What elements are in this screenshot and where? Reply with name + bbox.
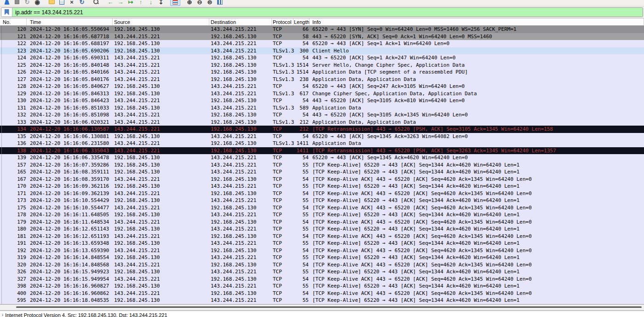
cell-length: 55: [293, 197, 310, 204]
column-header-source[interactable]: Source: [113, 18, 209, 25]
packet-row-319[interactable]: 3192024-12-20 16:16:14.848554192.168.245…: [0, 254, 644, 261]
packet-row-180[interactable]: 1802024-12-20 16:16:12.651143192.168.245…: [0, 225, 644, 233]
packet-row-173[interactable]: 1732024-12-20 16:16:10.554429192.168.245…: [0, 197, 644, 204]
capture-options-icon[interactable]: ◉: [32, 0, 42, 6]
packet-row-320[interactable]: 3202024-12-20 16:16:14.848568143.244.215…: [0, 261, 644, 269]
cell-protocol: TCP: [272, 240, 293, 247]
resize-columns-icon[interactable]: [215, 0, 225, 6]
packet-row-171[interactable]: 1712024-12-20 16:16:09.362139143.244.215…: [0, 190, 644, 197]
expand-twisty-icon[interactable]: ›: [2, 312, 3, 317]
go-back-icon[interactable]: ←: [105, 0, 115, 6]
zoom-reset-icon[interactable]: ⊜: [205, 0, 215, 6]
column-header-time[interactable]: Time: [27, 18, 113, 25]
packet-row-327[interactable]: 3272024-12-20 16:16:15.949954143.244.215…: [0, 276, 644, 283]
zoom-in-icon[interactable]: ⊕: [184, 0, 195, 6]
packet-row-126[interactable]: 1262024-12-20 16:16:05.840166143.244.215…: [0, 69, 644, 76]
start-capture-icon[interactable]: [2, 0, 12, 6]
packet-row-136[interactable]: 1362024-12-20 16:16:06.231580143.244.215…: [0, 140, 644, 147]
display-filter-input[interactable]: [12, 8, 643, 17]
cell-destination: 143.244.215.221: [209, 282, 272, 290]
packet-row-178[interactable]: 1782024-12-20 16:16:11.648505192.168.245…: [0, 211, 644, 219]
cell-protocol: TCP: [272, 268, 293, 276]
packet-row-181[interactable]: 1812024-12-20 16:16:12.651193143.244.215…: [0, 233, 644, 240]
go-to-bottom-icon[interactable]: ↓: [146, 0, 156, 6]
cell-destination: 192.168.245.130: [209, 290, 272, 297]
packet-row-123[interactable]: 1232024-12-20 16:16:05.690206192.168.245…: [0, 47, 644, 55]
packet-row-130[interactable]: 1302024-12-20 16:16:05.846423143.244.215…: [0, 97, 644, 104]
cell-length: 55: [293, 282, 310, 290]
cell-protocol: TLSv1.3: [272, 69, 293, 76]
packet-row-131[interactable]: 1312024-12-20 16:16:05.851033192.168.245…: [0, 104, 644, 112]
close-capture-icon[interactable]: ×: [67, 0, 77, 6]
go-forward-icon[interactable]: →: [115, 0, 126, 6]
cell-info: 65220 → 443 [ACK] Seq=1345 Ack=4620 Win=…: [310, 154, 644, 161]
restart-capture-icon[interactable]: ↻: [22, 0, 32, 6]
packet-row-121[interactable]: 1212024-12-20 16:16:05.687718143.244.215…: [0, 33, 644, 40]
cell-destination: 143.244.215.221: [209, 83, 272, 90]
cell-info: [TCP Keep-Alive ACK] 443 → 65220 [ACK] S…: [310, 204, 644, 212]
packet-row-128[interactable]: 1282024-12-20 16:16:05.840627192.168.245…: [0, 83, 644, 90]
cell-protocol: TLSv1.3: [272, 119, 293, 126]
cell-protocol: TCP: [272, 40, 293, 47]
find-packet-glyph: [93, 0, 99, 5]
filter-bookmark-button[interactable]: [1, 8, 12, 17]
packet-row-170[interactable]: 1702024-12-20 16:16:09.362116192.168.245…: [0, 183, 644, 190]
packet-row-157[interactable]: 1572024-12-20 16:16:07.359286192.168.245…: [0, 161, 644, 169]
column-header-no[interactable]: No.: [0, 18, 27, 25]
cell-destination: 192.168.245.130: [209, 126, 272, 133]
packet-row-165[interactable]: 1652024-12-20 16:16:08.359111192.168.245…: [0, 168, 644, 176]
packet-row-139[interactable]: 1392024-12-20 16:16:06.335478192.168.245…: [0, 154, 644, 161]
cell-protocol: TLSv1.3: [272, 62, 293, 69]
scrollbar-thumb[interactable]: [16, 306, 642, 308]
packet-row-127[interactable]: 1272024-12-20 16:16:05.840176143.244.215…: [0, 76, 644, 83]
go-to-packet-icon[interactable]: ↦: [126, 0, 136, 6]
colorize-packets-icon[interactable]: [170, 0, 180, 6]
packet-row-135[interactable]: 1352024-12-20 16:16:06.130881192.168.245…: [0, 133, 644, 140]
cell-time: 2024-12-20 16:16:05.687718: [27, 33, 113, 40]
stop-capture-icon[interactable]: [12, 0, 22, 6]
packet-row-134[interactable]: 1342024-12-20 16:16:06.130587143.244.215…: [0, 126, 644, 133]
packet-row-192[interactable]: 1922024-12-20 16:16:13.659390143.244.215…: [0, 247, 644, 254]
reload-capture-icon[interactable]: ↻: [77, 0, 87, 6]
cell-time: 2024-12-20 16:16:11.648534: [27, 219, 113, 226]
column-header-length[interactable]: Length: [293, 18, 310, 25]
packet-row-595[interactable]: 5952024-12-20 16:16:18.048535192.168.245…: [0, 297, 644, 304]
packet-row-167[interactable]: 1672024-12-20 16:16:08.359170143.244.215…: [0, 176, 644, 183]
packet-row-400[interactable]: 4002024-12-20 16:16:16.960862143.244.215…: [0, 290, 644, 297]
column-header-destination[interactable]: Destination: [209, 18, 272, 25]
cell-no: 120: [0, 26, 27, 33]
packet-row-124[interactable]: 1242024-12-20 16:16:05.690311143.244.215…: [0, 54, 644, 62]
cell-no: 167: [0, 176, 27, 183]
packet-row-398[interactable]: 3982024-12-20 16:16:16.960827192.168.245…: [0, 282, 644, 290]
horizontal-scrollbar[interactable]: [0, 304, 644, 310]
cell-info: Application Data: [310, 140, 644, 147]
packet-row-191[interactable]: 1912024-12-20 16:16:13.659348192.168.245…: [0, 240, 644, 247]
cell-protocol: TCP: [272, 261, 293, 269]
packet-row-326[interactable]: 3262024-12-20 16:16:15.949923192.168.245…: [0, 268, 644, 276]
zoom-out-icon[interactable]: ⊖: [195, 0, 205, 6]
column-header-info[interactable]: Info: [310, 18, 644, 25]
packet-row-133[interactable]: 1332024-12-20 16:16:06.020321143.244.215…: [0, 119, 644, 126]
auto-scroll-icon[interactable]: ↧: [156, 0, 166, 6]
packet-row-138[interactable]: 1382024-12-20 16:16:06.335043143.244.215…: [0, 147, 644, 155]
packet-row-132[interactable]: 1322024-12-20 16:16:05.851098143.244.215…: [0, 111, 644, 119]
packet-row-129[interactable]: 1292024-12-20 16:16:05.846313192.168.245…: [0, 90, 644, 98]
packet-row-175[interactable]: 1752024-12-20 16:16:10.554477143.244.215…: [0, 204, 644, 212]
find-packet-icon[interactable]: [91, 0, 101, 6]
resize-columns-glyph: [217, 0, 223, 5]
packet-row-120[interactable]: 1202024-12-20 16:16:05.550694192.168.245…: [0, 26, 644, 33]
cell-protocol: TCP: [272, 97, 293, 104]
packet-row-179[interactable]: 1792024-12-20 16:16:11.648534143.244.215…: [0, 219, 644, 226]
packet-row-122[interactable]: 1222024-12-20 16:16:05.688197192.168.245…: [0, 40, 644, 47]
column-header-protocol[interactable]: Protocol: [272, 18, 293, 25]
cell-protocol: TCP: [272, 219, 293, 226]
detail-line-ipv4[interactable]: Internet Protocol Version 4, Src: 192.16…: [5, 312, 167, 317]
save-file-icon[interactable]: [57, 0, 67, 6]
cell-destination: 143.244.215.221: [209, 168, 272, 176]
go-to-top-icon[interactable]: ↑: [136, 0, 146, 6]
cell-info: [TCP Keep-Alive] 65220 → 443 [ACK] Seq=1…: [310, 297, 644, 304]
cell-source: 192.168.245.130: [113, 83, 209, 90]
cell-length: 66: [293, 26, 310, 33]
open-file-icon[interactable]: [46, 0, 57, 6]
packet-row-125[interactable]: 1252024-12-20 16:16:05.840148143.244.215…: [0, 62, 644, 69]
